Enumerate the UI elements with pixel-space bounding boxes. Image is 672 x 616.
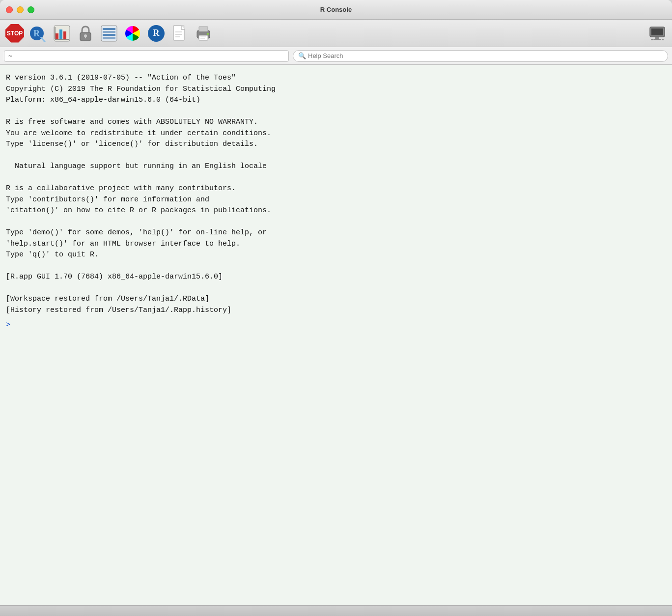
svg-rect-33 [662, 39, 664, 40]
console-output: R version 3.6.1 (2019-07-05) -- "Action … [6, 73, 666, 316]
svg-rect-31 [653, 39, 661, 40]
maximize-button[interactable] [28, 6, 34, 13]
svg-rect-6 [63, 31, 66, 39]
window-title: R Console [320, 6, 352, 13]
r-app-icon: R [148, 25, 165, 42]
svg-marker-2 [40, 37, 46, 42]
stop-button[interactable]: STOP [4, 23, 26, 44]
minimize-button[interactable] [17, 6, 24, 13]
new-document-button[interactable] [169, 23, 191, 44]
close-button[interactable] [6, 6, 13, 13]
display-icon [648, 25, 666, 42]
r-console-window: R Console STOP R [0, 0, 672, 616]
svg-rect-5 [59, 29, 62, 39]
svg-rect-4 [56, 33, 58, 39]
svg-rect-11 [85, 36, 86, 38]
svg-rect-13 [103, 28, 115, 30]
svg-rect-12 [101, 26, 117, 41]
titlebar: R Console [0, 0, 672, 20]
r-app-button[interactable]: R [145, 23, 167, 44]
stop-icon: STOP [5, 24, 24, 43]
svg-rect-15 [103, 34, 115, 36]
new-document-icon [172, 25, 187, 42]
svg-rect-29 [651, 28, 663, 35]
lock-icon [77, 25, 94, 42]
r-script-icon: R [29, 24, 48, 43]
color-wheel-icon [125, 26, 140, 41]
svg-rect-16 [103, 37, 115, 39]
svg-point-25 [207, 33, 209, 35]
svg-rect-24 [199, 35, 208, 40]
chart-button[interactable] [51, 23, 73, 44]
chart-icon [53, 25, 71, 42]
console-prompt: > [6, 320, 666, 331]
lock-button[interactable] [75, 23, 96, 44]
prompt-symbol: > [6, 321, 10, 329]
statusbar [0, 605, 672, 616]
search-icon: 🔍 [298, 52, 306, 59]
svg-rect-23 [199, 27, 208, 31]
path-input[interactable] [4, 50, 289, 62]
addressbar: 🔍 [0, 47, 672, 65]
search-input-wrapper: 🔍 [293, 50, 668, 62]
toolbar: STOP R [0, 20, 672, 47]
list-button[interactable] [98, 23, 120, 44]
color-wheel-button[interactable] [122, 23, 143, 44]
r-script-button[interactable]: R [28, 23, 49, 44]
svg-rect-14 [103, 31, 115, 33]
svg-rect-30 [655, 37, 659, 39]
svg-rect-32 [651, 39, 653, 40]
help-search-input[interactable] [308, 52, 663, 59]
svg-text:R: R [33, 28, 40, 38]
window-controls [6, 6, 34, 13]
print-icon [195, 26, 212, 41]
console-area[interactable]: R version 3.6.1 (2019-07-05) -- "Action … [0, 65, 672, 605]
svg-rect-17 [173, 26, 184, 40]
print-button[interactable] [193, 23, 214, 44]
list-icon [100, 25, 118, 42]
display-button[interactable] [646, 23, 668, 44]
